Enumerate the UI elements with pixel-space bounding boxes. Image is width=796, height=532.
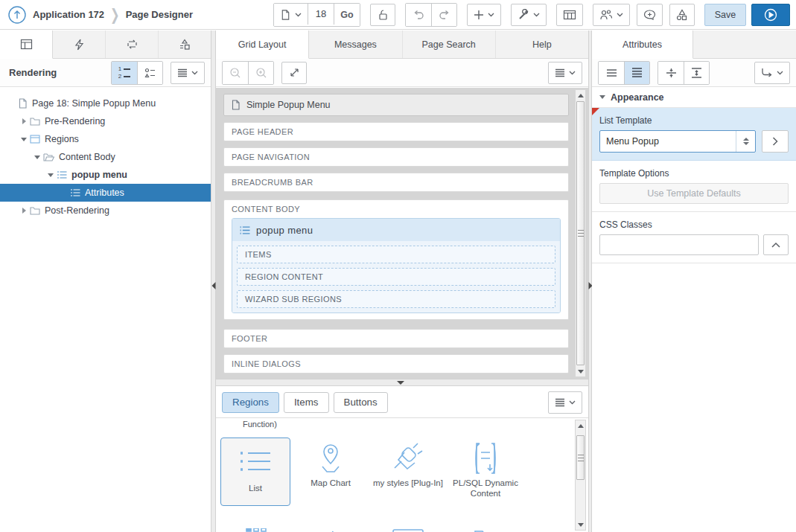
rendering-tree: Page 18: Simple Popup Menu Pre-Rendering xyxy=(0,87,211,219)
tree-node-post-rendering[interactable]: Post-Rendering xyxy=(0,202,211,219)
group-appearance[interactable]: Appearance xyxy=(592,87,796,108)
gallery-item-partial-1[interactable] xyxy=(220,528,290,532)
columns-icon xyxy=(563,9,576,21)
scroll-up-button[interactable] xyxy=(576,90,585,100)
expand-closed-icon[interactable] xyxy=(22,118,26,124)
gallery-scrollbar-thumb[interactable] xyxy=(576,435,585,480)
save-button[interactable]: Save xyxy=(704,4,746,26)
tab-messages[interactable]: Messages xyxy=(309,31,402,58)
expand-all-button[interactable] xyxy=(684,62,709,84)
gallery-scrollbar[interactable] xyxy=(575,420,586,531)
gallery-item-map-chart[interactable]: Map Chart xyxy=(293,438,368,488)
subslot-region-content[interactable]: REGION CONTENT xyxy=(237,268,555,286)
page-number-input[interactable] xyxy=(308,4,334,25)
grid-menu-button[interactable] xyxy=(548,62,582,84)
shortcuts-button[interactable] xyxy=(669,4,695,26)
gallery-item-partial-3[interactable] xyxy=(371,528,445,532)
expand-closed-icon[interactable] xyxy=(22,208,26,214)
slot-breadcrumb-bar[interactable]: BREADCRUMB BAR xyxy=(223,173,569,192)
grid-scrollbar-thumb[interactable] xyxy=(576,101,585,365)
expand-open-icon[interactable] xyxy=(48,173,54,177)
scroll-down-button[interactable] xyxy=(576,519,585,530)
subslot-items[interactable]: ITEMS xyxy=(237,246,555,263)
tab-rendering[interactable] xyxy=(0,31,53,59)
group-view-button[interactable] xyxy=(137,62,162,84)
utilities-menu-button[interactable] xyxy=(511,4,547,26)
tab-page-search[interactable]: Page Search xyxy=(403,31,496,58)
go-button[interactable]: Go xyxy=(334,4,360,26)
gallery-tab-items[interactable]: Items xyxy=(284,392,329,413)
gallery-item-partial-2[interactable] xyxy=(293,528,368,532)
redo-button[interactable] xyxy=(431,4,456,26)
slot-inline-dialogs[interactable]: INLINE DIALOGS xyxy=(223,354,569,374)
goto-group-button[interactable] xyxy=(754,62,790,84)
slot-footer[interactable]: FOOTER xyxy=(223,329,569,348)
shared-components-button[interactable] xyxy=(556,4,583,26)
left-splitter[interactable] xyxy=(211,31,216,532)
lock-page-button[interactable] xyxy=(370,4,395,26)
gallery-item-plsql-dynamic-content[interactable]: PL/SQL Dynamic Content xyxy=(448,438,523,499)
feedback-button[interactable] xyxy=(637,4,663,26)
tree-node-page[interactable]: Page 18: Simple Popup Menu xyxy=(0,94,211,112)
slot-page-navigation[interactable]: PAGE NAVIGATION xyxy=(223,147,569,167)
grid-page-title[interactable]: Simple Popup Menu xyxy=(223,94,569,116)
expand-open-icon[interactable] xyxy=(34,156,40,159)
collapse-all-button[interactable] xyxy=(658,62,684,84)
tab-processing[interactable] xyxy=(106,31,159,58)
expand-open-icon[interactable] xyxy=(21,138,27,141)
slot-content-body[interactable]: CONTENT BODY popup menu ITEMS REGION CON… xyxy=(223,199,569,320)
tab-page-shared-components[interactable] xyxy=(159,31,211,58)
gallery-item-my-styles[interactable]: my styles [Plug-In] xyxy=(371,438,445,488)
gallery-menu-button[interactable] xyxy=(548,391,582,414)
scroll-down-button[interactable] xyxy=(576,366,585,376)
tab-dynamic-actions[interactable] xyxy=(53,31,106,58)
popup-menu-region[interactable]: popup menu ITEMS REGION CONTENT WIZARD S… xyxy=(232,218,561,313)
zoom-in-button[interactable] xyxy=(248,62,273,84)
scroll-up-button[interactable] xyxy=(576,420,585,431)
tree-node-content-body[interactable]: Content Body xyxy=(0,148,211,166)
go-to-arrow-icon xyxy=(761,68,773,77)
grid-scrollbar[interactable] xyxy=(575,89,586,377)
left-panel-toolbar: Rendering 1 2 xyxy=(0,59,211,87)
tree-node-regions[interactable]: Regions xyxy=(0,130,211,148)
gallery-tab-regions[interactable]: Regions xyxy=(222,392,279,413)
gallery-tab-buttons[interactable]: Buttons xyxy=(334,392,388,413)
gallery-item-partial-4[interactable] xyxy=(448,528,523,532)
horizontal-splitter[interactable] xyxy=(216,379,588,386)
list-template-select[interactable]: Menu Popup xyxy=(599,130,756,153)
undo-button[interactable] xyxy=(406,4,431,26)
tab-attributes[interactable]: Attributes xyxy=(592,31,693,59)
app-home-icon[interactable] xyxy=(7,5,27,25)
use-template-defaults-button[interactable]: Use Template Defaults xyxy=(599,183,789,204)
tree-node-pre-rendering[interactable]: Pre-Rendering xyxy=(0,112,211,130)
page-finder-button[interactable] xyxy=(274,4,308,26)
order-view-button[interactable]: 1 2 xyxy=(112,62,137,84)
shapes-icon xyxy=(676,9,688,21)
run-button[interactable] xyxy=(751,4,790,26)
css-classes-expand-button[interactable] xyxy=(763,234,789,255)
subslot-wizard-sub-regions[interactable]: WIZARD SUB REGIONS xyxy=(237,290,555,308)
select-spinner-icon[interactable] xyxy=(736,131,755,152)
collapse-gallery-icon[interactable] xyxy=(397,381,404,385)
show-common-button[interactable] xyxy=(599,62,624,84)
tree-node-popup-menu[interactable]: popup menu xyxy=(0,166,211,184)
tree-node-attributes[interactable]: Attributes xyxy=(0,184,211,202)
slot-page-header[interactable]: PAGE HEADER xyxy=(223,122,569,141)
show-all-button[interactable] xyxy=(624,62,649,84)
popup-menu-region-header[interactable]: popup menu xyxy=(232,219,560,241)
team-dev-menu-button[interactable] xyxy=(593,4,630,26)
list-template-quick-pick-button[interactable] xyxy=(762,130,789,153)
collapse-left-icon[interactable] xyxy=(211,282,215,289)
tab-grid-layout[interactable]: Grid Layout xyxy=(216,31,309,59)
tree-menu-button[interactable] xyxy=(171,62,205,84)
expand-layout-button[interactable] xyxy=(281,62,307,84)
tab-help[interactable]: Help xyxy=(496,31,588,58)
create-menu-button[interactable] xyxy=(467,4,501,26)
gallery-item-list[interactable]: List xyxy=(220,438,290,506)
breadcrumb-application[interactable]: Application 172 xyxy=(33,9,104,20)
css-classes-input[interactable] xyxy=(599,234,759,255)
zoom-out-button[interactable] xyxy=(223,62,248,84)
chevron-up-icon xyxy=(771,242,780,248)
panel-title: Rendering xyxy=(6,67,57,78)
unlock-icon xyxy=(377,9,389,21)
